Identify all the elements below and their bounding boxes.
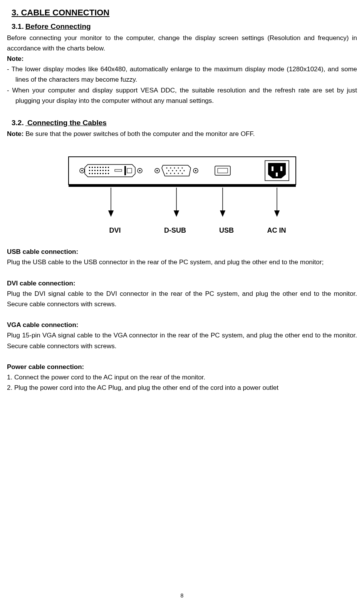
power-step-1: 1. Connect the power cord to the AC inpu… [7, 372, 357, 383]
svg-rect-14 [94, 170, 96, 171]
svg-point-38 [178, 168, 179, 169]
svg-rect-25 [102, 173, 104, 174]
svg-rect-7 [97, 167, 98, 168]
subsection-2-heading: Connecting the Cables [25, 119, 107, 127]
subsection-1-title: 3.1.Before Connecting [7, 21, 357, 32]
sub1-bullets: The lower display modes like 640x480, au… [7, 64, 357, 106]
svg-rect-30 [127, 168, 132, 173]
port-label-dsub: D-SUB [147, 225, 203, 236]
svg-rect-28 [115, 169, 122, 171]
svg-rect-15 [97, 170, 98, 171]
svg-rect-8 [100, 167, 101, 168]
dvi-heading: DVI cable connection: [7, 278, 357, 289]
svg-point-41 [172, 170, 173, 171]
svg-rect-17 [102, 170, 104, 171]
svg-rect-12 [89, 170, 90, 171]
svg-rect-18 [105, 170, 106, 171]
section-title: 3. CABLE CONNECTION [7, 6, 357, 19]
svg-point-46 [170, 173, 171, 174]
svg-rect-53 [218, 168, 228, 173]
svg-point-39 [181, 168, 183, 169]
svg-rect-57 [276, 173, 278, 176]
svg-rect-29 [124, 166, 126, 175]
svg-rect-11 [108, 167, 109, 168]
svg-point-36 [170, 168, 171, 169]
svg-rect-21 [92, 173, 93, 174]
usb-text: Plug the USB cable to the USB connector … [7, 257, 357, 267]
port-label-dvi: DVI [83, 225, 147, 236]
svg-rect-9 [102, 167, 104, 168]
power-section: Power cable connection: 1. Connect the p… [7, 362, 357, 393]
dvi-section: DVI cable connection: Plug the DVI signa… [7, 278, 357, 310]
subsection-2-title: 3.2. Connecting the Cables [7, 117, 357, 129]
svg-point-34 [156, 170, 158, 171]
svg-rect-27 [108, 173, 109, 174]
svg-rect-4 [89, 167, 90, 168]
note-bold-1: Note: [7, 55, 23, 62]
svg-rect-1 [69, 185, 296, 187]
subsection-1-number: 3.1. [12, 22, 24, 30]
port-label-usb: USB [203, 225, 250, 236]
usb-port-icon [215, 166, 230, 175]
sub1-intro: Before connecting your monitor to the co… [7, 33, 357, 54]
arrow-icons [109, 188, 279, 216]
svg-point-32 [139, 170, 141, 171]
svg-point-40 [168, 170, 169, 171]
dvi-text: Plug the DVI signal cable to the DVI con… [7, 289, 357, 309]
svg-point-3 [81, 170, 83, 171]
svg-rect-23 [97, 173, 98, 174]
svg-rect-13 [92, 170, 93, 171]
svg-point-49 [181, 173, 183, 174]
svg-point-47 [174, 173, 175, 174]
svg-rect-10 [105, 167, 106, 168]
svg-rect-5 [92, 167, 93, 168]
svg-rect-16 [100, 170, 101, 171]
svg-point-48 [178, 173, 179, 174]
svg-rect-26 [105, 173, 106, 174]
svg-rect-19 [108, 170, 109, 171]
vga-section: VGA cable connection: Plug 15-pin VGA si… [7, 320, 357, 351]
connector-diagram: DVI D-SUB USB AC IN [7, 154, 357, 236]
svg-marker-63 [220, 211, 225, 216]
svg-point-37 [174, 168, 175, 169]
usb-heading: USB cable connection: [7, 247, 357, 257]
svg-point-51 [195, 170, 196, 171]
svg-point-42 [176, 170, 177, 171]
ac-in-port-icon [265, 161, 289, 181]
section-heading: CABLE CONNECTION [21, 8, 109, 17]
subsection-1-heading: Before Connecting [25, 22, 91, 30]
subsection-2-number: 3.2. [12, 119, 24, 127]
vga-text: Plug 15-pin VGA signal cable to the VGA … [7, 330, 357, 351]
bullet-item: When your computer and display support V… [7, 85, 357, 106]
power-step-2: 2. Plug the power cord into the AC Plug,… [7, 383, 357, 393]
svg-point-35 [166, 168, 167, 169]
svg-point-45 [166, 173, 167, 174]
section-number: 3. [12, 8, 18, 17]
power-heading: Power cable connection: [7, 362, 357, 372]
svg-rect-6 [94, 167, 96, 168]
svg-rect-56 [280, 166, 282, 171]
port-labels-row: DVI D-SUB USB AC IN [7, 225, 357, 236]
svg-rect-22 [94, 173, 96, 174]
svg-rect-20 [89, 173, 90, 174]
svg-marker-65 [275, 211, 279, 216]
svg-point-44 [183, 170, 185, 171]
svg-rect-55 [272, 166, 273, 171]
monitor-rear-panel-svg [51, 154, 313, 221]
usb-section: USB cable connection: Plug the USB cable… [7, 247, 357, 267]
note-text-2: Be sure that the power switches of both … [23, 130, 255, 138]
dvi-port-icon [80, 164, 142, 177]
svg-point-43 [179, 170, 181, 171]
vga-heading: VGA cable connection: [7, 320, 357, 330]
svg-marker-59 [109, 211, 113, 216]
bullet-item: The lower display modes like 640x480, au… [7, 64, 357, 85]
port-label-acin: AC IN [250, 225, 304, 236]
note-bold-2: Note: [7, 130, 23, 138]
page-number: 8 [0, 591, 364, 600]
sub2-note: Note: Be sure that the power switches of… [7, 129, 357, 139]
note-label-1: Note: [7, 54, 357, 64]
svg-rect-24 [100, 173, 101, 174]
svg-marker-61 [174, 211, 179, 216]
